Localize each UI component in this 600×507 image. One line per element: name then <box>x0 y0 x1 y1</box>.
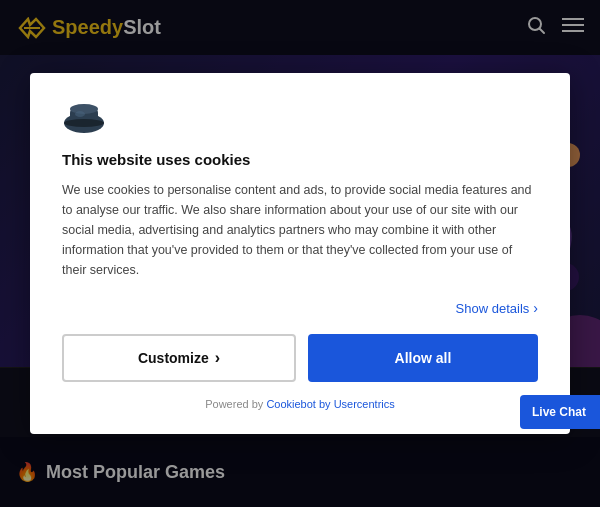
live-chat-button[interactable]: Live Chat <box>520 395 600 429</box>
cookiebot-logo <box>62 101 538 137</box>
cookiebot-link[interactable]: Cookiebot by Usercentrics <box>266 398 394 410</box>
svg-point-26 <box>75 111 85 117</box>
svg-point-25 <box>64 119 104 127</box>
cookie-footer: Powered by Cookiebot by Usercentrics <box>62 398 538 410</box>
show-details-link[interactable]: Show details <box>456 301 530 316</box>
cookie-body: We use cookies to personalise content an… <box>62 180 538 280</box>
cookie-title: This website uses cookies <box>62 151 538 168</box>
show-details-arrow: › <box>533 300 538 316</box>
show-details-row: Show details › <box>62 300 538 316</box>
customize-arrow-icon: › <box>215 349 220 367</box>
allow-all-button[interactable]: Allow all <box>308 334 538 382</box>
cookie-overlay: This website uses cookies We use cookies… <box>0 0 600 507</box>
cookie-dialog: This website uses cookies We use cookies… <box>30 73 570 434</box>
cookie-buttons: Customize › Allow all <box>62 334 538 382</box>
customize-button[interactable]: Customize › <box>62 334 296 382</box>
